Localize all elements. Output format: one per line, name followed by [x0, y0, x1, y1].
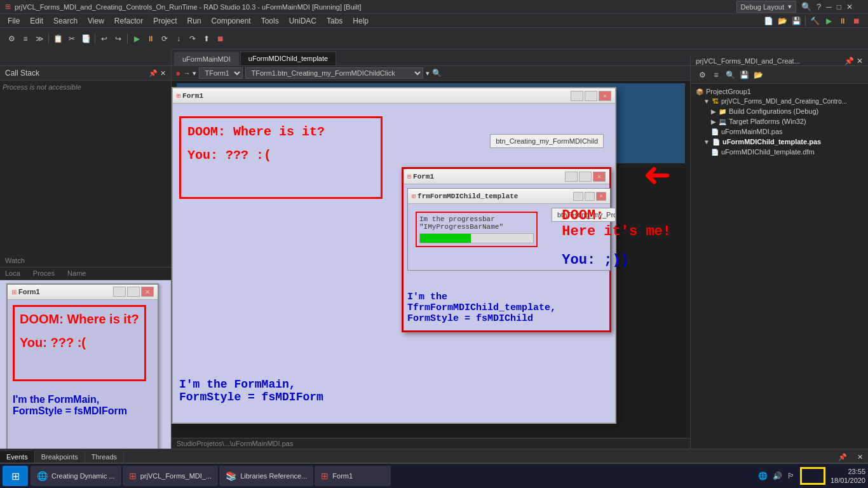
rt-icon5[interactable]: 📂 — [752, 69, 764, 81]
menu-bar: File Edit Search View Refactor Project R… — [0, 14, 868, 28]
divider1 — [805, 16, 806, 26]
menu-tabs[interactable]: Tabs — [322, 15, 348, 27]
close-callstack-icon[interactable]: ✕ — [160, 69, 166, 78]
progress-container: Im the progressbar "IMyProgressBarName" — [416, 212, 538, 247]
pause-icon[interactable]: ⏸ — [836, 15, 849, 27]
close-events-icon[interactable]: ✕ — [852, 452, 868, 463]
menu-unidac[interactable]: UniDAC — [284, 15, 322, 27]
cls-form1-main[interactable]: ✕ — [599, 91, 611, 101]
maximize-btn[interactable]: □ — [837, 3, 841, 11]
tree-build-configs[interactable]: ▶ 📁 Build Configurations (Debug) — [709, 106, 865, 116]
right-toolbar-icons: ⚙ ≡ 🔍 💾 📂 — [693, 67, 767, 83]
process-label: Proces — [33, 269, 55, 277]
tb-icon4[interactable]: 📋 — [51, 32, 64, 45]
menu-edit[interactable]: Edit — [25, 15, 48, 27]
rt-icon1[interactable]: ⚙ — [696, 69, 709, 81]
min-form1-main[interactable]: ─ — [571, 91, 583, 101]
max-form1-main[interactable]: □ — [585, 91, 597, 101]
minimize-form1[interactable]: ─ — [113, 287, 126, 297]
tb-icon8[interactable]: ↪ — [112, 32, 125, 45]
form1-titlebar-left: ⊞ Form1 ─ □ ✕ — [8, 285, 158, 300]
menu-file[interactable]: File — [3, 15, 25, 27]
form1-main-btns: ─ □ ✕ — [571, 91, 611, 101]
call-stack-title: Call Stack — [5, 69, 39, 78]
dropdown-arrow[interactable]: ▾ — [788, 3, 792, 11]
menu-tools[interactable]: Tools — [256, 15, 284, 27]
tb-dbg4[interactable]: ↓ — [172, 32, 185, 45]
btn-creating-mdi-child[interactable]: btn_Creating_my_FormMDIChild — [490, 134, 604, 148]
tb-dbg3[interactable]: ⟳ — [158, 32, 171, 45]
search-code-icon[interactable]: 🔍 — [432, 69, 442, 78]
tb-icon2[interactable]: ≡ — [19, 32, 32, 45]
menu-search[interactable]: Search — [48, 15, 83, 27]
start-button[interactable]: ⊞ — [3, 466, 28, 486]
help-icon[interactable]: ? — [817, 2, 821, 11]
tb-dbg1[interactable]: ▶ — [130, 32, 143, 45]
doom-where-text: DOOM: Where is it? — [20, 312, 139, 327]
tab-breakpoints[interactable]: Breakpoints — [35, 451, 85, 463]
pin-events-icon[interactable]: 📌 — [833, 452, 852, 463]
tree-file2-group[interactable]: ▼ 📄 uFormMDIChild_template.pas — [701, 137, 865, 147]
pin-icon[interactable]: 📌 — [844, 57, 854, 65]
class-dropdown[interactable]: TForm1 — [199, 67, 243, 79]
tree-project-group[interactable]: 📦 ProjectGroup1 — [693, 86, 865, 97]
rt-icon4[interactable]: 💾 — [738, 69, 750, 81]
tb-dbg5[interactable]: ↷ — [186, 32, 199, 45]
tab-events[interactable]: Events — [0, 451, 35, 463]
menu-help[interactable]: Help — [348, 15, 374, 27]
method-dropdown[interactable]: TForm1.btn_Creating_my_FormMDIChildClick — [245, 67, 423, 79]
new-icon[interactable]: 📄 — [762, 15, 775, 27]
tb-icon7[interactable]: ↩ — [98, 32, 111, 45]
tb-dbg6[interactable]: ⬆ — [200, 32, 213, 45]
tb-icon6[interactable]: 📑 — [79, 32, 92, 45]
tb-icon3[interactable]: ≫ — [33, 32, 46, 45]
menu-run[interactable]: Run — [182, 15, 207, 27]
close-btn[interactable]: ✕ — [846, 3, 853, 11]
close-form1[interactable]: ✕ — [141, 287, 154, 297]
file2-label: uFormMDIChild_template.pas — [722, 138, 821, 146]
book-icon: 📚 — [226, 471, 236, 481]
menu-view[interactable]: View — [83, 15, 109, 27]
tb-dbg7[interactable]: ⏹ — [214, 32, 227, 45]
menu-project[interactable]: Project — [148, 15, 182, 27]
breakpoint-icon[interactable]: ● — [175, 68, 180, 78]
search-icon[interactable]: 🔍 — [801, 2, 811, 11]
form-main-label2: FormStyle = fsMDIForm — [13, 405, 153, 417]
taskbar-item-0[interactable]: 🌐 Creating Dynamic ... — [31, 466, 121, 486]
frm-child-dx-icon: ⊞ — [412, 193, 416, 200]
taskbar-tray: 🌐 🔊 🏳 — [758, 467, 825, 485]
stop-icon[interactable]: ⏹ — [850, 15, 863, 27]
close-right-icon[interactable]: ✕ — [857, 57, 863, 65]
pin-callstack-icon[interactable]: 📌 — [149, 69, 158, 78]
minimize-btn[interactable]: ─ — [826, 3, 832, 11]
code-area[interactable]: ▶ procedure TForm1.btn_Creating_my_FormM… — [172, 81, 690, 438]
down-arrow-icon: ▾ — [193, 69, 196, 78]
tree-file3[interactable]: 📄 uFormMDIChild_template.dfm — [709, 147, 865, 157]
run-icon[interactable]: ▶ — [822, 15, 835, 27]
mdi-child-dx-icon: ⊞ — [407, 173, 411, 180]
taskbar-item-1[interactable]: ⊞ prjVCL_Forms_MDI_... — [123, 466, 218, 486]
tab-uformmainmdi[interactable]: uFormMainMDI — [174, 52, 239, 65]
tab-uformmdichildtemplate[interactable]: uFormMDIChild_template — [240, 51, 336, 65]
maximize-form1[interactable]: □ — [127, 287, 140, 297]
watch-label: Watch — [5, 257, 25, 264]
build-icon[interactable]: 🔨 — [808, 15, 821, 27]
tab-threads[interactable]: Threads — [85, 451, 124, 463]
tb-dbg2[interactable]: ⏸ — [144, 32, 157, 45]
menu-refactor[interactable]: Refactor — [109, 15, 148, 27]
taskbar-item-3[interactable]: ⊞ Form1 — [315, 466, 391, 486]
tree-project[interactable]: ▼ 🏗 prjVCL_Forms_MDI_and_Creating_Contro… — [701, 97, 865, 106]
open-icon[interactable]: 📂 — [776, 15, 789, 27]
tree-target-platforms[interactable]: ▶ 💻 Target Platforms (Win32) — [709, 116, 865, 126]
rt-icon3[interactable]: 🔍 — [724, 69, 736, 81]
menu-component[interactable]: Component — [207, 15, 256, 27]
down-btn[interactable]: ▾ — [426, 69, 430, 78]
tb-icon1[interactable]: ⚙ — [5, 32, 18, 45]
rt-icon2[interactable]: ≡ — [710, 69, 722, 81]
taskbar-item-label-3: Form1 — [332, 472, 353, 480]
save-icon[interactable]: 💾 — [790, 15, 803, 27]
tree-file1[interactable]: 📄 uFormMainMDI.pas — [709, 126, 865, 137]
taskbar-item-2[interactable]: 📚 Libraries Reference... — [219, 466, 313, 486]
tb-icon5[interactable]: ✂ — [65, 32, 78, 45]
doom-right-text1: DOOM: — [562, 208, 671, 224]
